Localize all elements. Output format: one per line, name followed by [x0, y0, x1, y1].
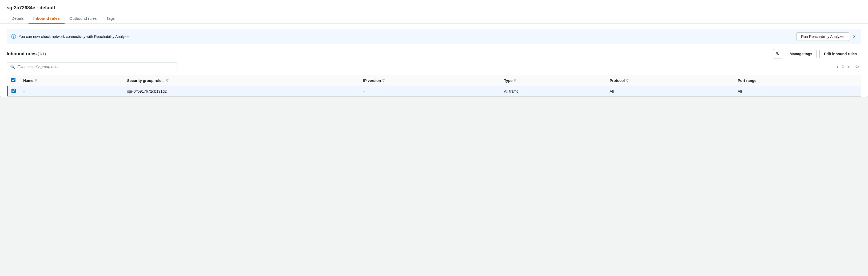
section-count: (1/1) — [38, 52, 46, 56]
search-input[interactable] — [17, 65, 174, 69]
page-number: 1 — [842, 65, 844, 69]
column-settings-button[interactable]: ⚙ — [853, 63, 861, 71]
section-title: Inbound rules — [7, 51, 36, 56]
th-type: Type ▽ — [500, 75, 606, 86]
edit-inbound-rules-button[interactable]: Edit inbound rules — [819, 50, 861, 58]
refresh-button[interactable]: ↻ — [773, 49, 782, 58]
section-title-area: Inbound rules (1/1) — [7, 51, 46, 57]
info-icon: ⓘ — [11, 33, 16, 40]
row-checkbox-cell — [7, 86, 20, 97]
banner-text: You can now check network connectivity w… — [19, 34, 794, 39]
th-name: Name ▽ — [20, 75, 124, 86]
th-select-all — [7, 75, 20, 86]
run-reachability-analyzer-button[interactable]: Run Reachability Analyzer — [797, 32, 849, 41]
resource-title: sg-2a72684e - default — [0, 0, 868, 13]
filter-row: 🔍 ‹ 1 › ⚙ — [7, 62, 861, 71]
tab-outbound-rules[interactable]: Outbound rules — [65, 13, 102, 24]
banner-close-button[interactable]: × — [852, 34, 857, 39]
row-checkbox[interactable] — [11, 89, 16, 93]
th-port-range: Port range — [734, 75, 861, 86]
sg-rule-sort-icon[interactable]: ▽ — [166, 79, 168, 83]
table-body: – sgr-0ff5917672db191d2 – All traffic Al… — [7, 86, 861, 97]
type-sort-icon[interactable]: ▽ — [514, 79, 516, 83]
ip-version-sort-icon[interactable]: ▽ — [382, 79, 385, 83]
row-port-range: All — [734, 86, 861, 97]
table-header: Name ▽ Security group rule... ▽ — [7, 75, 861, 86]
th-protocol: Protocol ▽ — [606, 75, 734, 86]
inbound-rules-table: Name ▽ Security group rule... ▽ — [7, 75, 861, 96]
tab-inbound-rules[interactable]: Inbound rules — [29, 13, 65, 24]
reachability-banner: ⓘ You can now check network connectivity… — [7, 29, 861, 44]
inbound-rules-section: Inbound rules (1/1) ↻ Manage tags Edit i… — [0, 44, 868, 97]
select-all-checkbox[interactable] — [11, 78, 16, 82]
protocol-sort-icon[interactable]: ▽ — [626, 79, 628, 83]
row-protocol: All — [606, 86, 734, 97]
tab-details[interactable]: Details — [7, 13, 29, 24]
section-header: Inbound rules (1/1) ↻ Manage tags Edit i… — [7, 49, 861, 58]
th-sg-rule: Security group rule... ▽ — [124, 75, 360, 86]
inbound-rules-table-wrapper: Name ▽ Security group rule... ▽ — [7, 75, 861, 97]
row-sg-rule: sgr-0ff5917672db191d2 — [124, 86, 360, 97]
prev-page-button[interactable]: ‹ — [835, 63, 840, 70]
tabs-bar: Details Inbound rules Outbound rules Tag… — [0, 13, 868, 24]
th-ip-version: IP version ▽ — [359, 75, 500, 86]
pagination-area: ‹ 1 › ⚙ — [835, 63, 861, 71]
name-sort-icon[interactable]: ▽ — [35, 79, 37, 83]
row-ip-version: – — [359, 86, 500, 97]
manage-tags-button[interactable]: Manage tags — [785, 50, 817, 58]
row-type: All traffic — [500, 86, 606, 97]
header-actions: ↻ Manage tags Edit inbound rules — [773, 49, 861, 58]
table-row: – sgr-0ff5917672db191d2 – All traffic Al… — [7, 86, 861, 97]
row-name: – — [20, 86, 124, 97]
search-icon: 🔍 — [10, 64, 15, 69]
search-bar: 🔍 — [7, 62, 177, 71]
tab-tags[interactable]: Tags — [102, 13, 120, 24]
next-page-button[interactable]: › — [846, 63, 851, 70]
